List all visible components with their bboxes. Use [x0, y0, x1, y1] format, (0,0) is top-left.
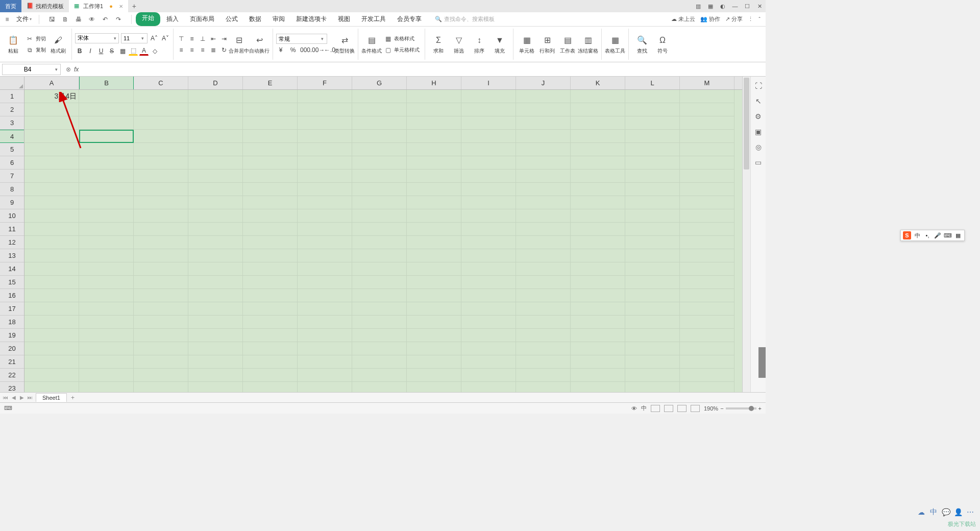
- cell[interactable]: [516, 342, 571, 355]
- cell[interactable]: [680, 382, 734, 392]
- cell[interactable]: [407, 90, 461, 103]
- view-page-button[interactable]: [664, 405, 673, 412]
- cell[interactable]: [571, 130, 625, 143]
- cell[interactable]: [298, 170, 352, 183]
- cell[interactable]: [298, 289, 352, 302]
- cell[interactable]: [24, 156, 79, 170]
- col-header[interactable]: L: [625, 77, 680, 89]
- tab-template-store[interactable]: 📕 找稻壳模板: [21, 0, 69, 12]
- cell[interactable]: [188, 196, 243, 209]
- merge-center-button[interactable]: ⊟合并居中: [229, 29, 249, 60]
- cell[interactable]: [298, 183, 352, 196]
- cell[interactable]: [298, 116, 352, 130]
- chevron-down-icon[interactable]: ▾: [53, 67, 60, 72]
- cell[interactable]: [407, 262, 461, 276]
- row-header[interactable]: 22: [0, 369, 24, 382]
- cell[interactable]: [407, 170, 461, 183]
- cell[interactable]: [134, 382, 188, 392]
- cell[interactable]: [79, 103, 134, 116]
- table-tools-button[interactable]: ▦表格工具: [605, 29, 625, 60]
- cell[interactable]: [571, 223, 625, 236]
- indent-increase-button[interactable]: ⇥: [219, 34, 229, 43]
- row-header[interactable]: 11: [0, 223, 24, 236]
- cell[interactable]: [407, 183, 461, 196]
- cell[interactable]: [243, 355, 298, 369]
- cell[interactable]: [680, 209, 734, 223]
- cell[interactable]: [79, 170, 134, 183]
- col-header[interactable]: H: [407, 77, 461, 89]
- cell[interactable]: [680, 223, 734, 236]
- cell[interactable]: [625, 355, 680, 369]
- cell[interactable]: [680, 103, 734, 116]
- cell[interactable]: [625, 196, 680, 209]
- cell[interactable]: [571, 316, 625, 329]
- print-preview-icon[interactable]: 👁: [87, 15, 96, 24]
- row-header[interactable]: 18: [0, 316, 24, 329]
- cell[interactable]: [461, 382, 516, 392]
- cell[interactable]: [461, 90, 516, 103]
- cell[interactable]: [188, 316, 243, 329]
- more-icon[interactable]: ⋮: [748, 16, 753, 22]
- view-break-button[interactable]: [677, 405, 687, 412]
- cell[interactable]: [24, 183, 79, 196]
- collapse-ribbon-icon[interactable]: ˆ: [758, 16, 761, 22]
- cell[interactable]: [134, 196, 188, 209]
- cell[interactable]: [625, 262, 680, 276]
- cell[interactable]: [134, 289, 188, 302]
- row-header[interactable]: 13: [0, 249, 24, 262]
- cell[interactable]: [134, 276, 188, 289]
- cell[interactable]: [298, 262, 352, 276]
- cell[interactable]: [79, 156, 134, 170]
- cell[interactable]: [461, 223, 516, 236]
- cell[interactable]: [352, 262, 407, 276]
- cell[interactable]: [516, 103, 571, 116]
- currency-button[interactable]: ¥: [276, 45, 285, 55]
- paste-button[interactable]: 📋粘贴: [3, 29, 23, 60]
- cell[interactable]: [79, 369, 134, 382]
- cell[interactable]: [625, 116, 680, 130]
- cell[interactable]: [24, 143, 79, 156]
- cell[interactable]: [461, 289, 516, 302]
- cell[interactable]: [352, 116, 407, 130]
- cell[interactable]: [24, 170, 79, 183]
- cell[interactable]: [516, 183, 571, 196]
- view-reading-button[interactable]: [691, 405, 700, 412]
- cell[interactable]: [352, 382, 407, 392]
- cell[interactable]: [461, 170, 516, 183]
- cell[interactable]: [625, 130, 680, 143]
- cell[interactable]: [407, 329, 461, 342]
- cell[interactable]: [625, 170, 680, 183]
- cell[interactable]: [79, 143, 134, 156]
- cell[interactable]: [516, 316, 571, 329]
- cell[interactable]: [24, 355, 79, 369]
- filter-button[interactable]: ▽筛选: [449, 29, 469, 60]
- name-box-input[interactable]: [3, 66, 53, 73]
- cell[interactable]: [243, 236, 298, 249]
- sheet-tab[interactable]: Sheet1: [36, 393, 67, 402]
- row-header[interactable]: 1: [0, 90, 24, 103]
- cell[interactable]: [243, 289, 298, 302]
- cell[interactable]: [243, 170, 298, 183]
- collab-button[interactable]: 👥协作: [700, 15, 720, 23]
- align-center-button[interactable]: ≡: [187, 45, 197, 55]
- side-layout-icon[interactable]: ▣: [753, 127, 764, 137]
- row-header[interactable]: 16: [0, 289, 24, 302]
- bold-button[interactable]: B: [75, 46, 84, 56]
- col-header[interactable]: D: [188, 77, 243, 89]
- cell[interactable]: [680, 329, 734, 342]
- cell-grid[interactable]: 3月4日: [24, 90, 742, 392]
- hamburger-icon[interactable]: ≡: [3, 15, 11, 23]
- row-header[interactable]: 6: [0, 156, 24, 170]
- cell[interactable]: [516, 223, 571, 236]
- cell[interactable]: [243, 143, 298, 156]
- zoom-control[interactable]: 190% − +: [704, 405, 762, 412]
- cell[interactable]: [516, 329, 571, 342]
- cell[interactable]: [352, 130, 407, 143]
- font-name-combo[interactable]: ▾: [75, 33, 119, 43]
- cell[interactable]: [461, 156, 516, 170]
- cell[interactable]: [625, 316, 680, 329]
- cell[interactable]: [243, 183, 298, 196]
- cell[interactable]: [243, 196, 298, 209]
- cell[interactable]: [516, 116, 571, 130]
- cell[interactable]: [407, 276, 461, 289]
